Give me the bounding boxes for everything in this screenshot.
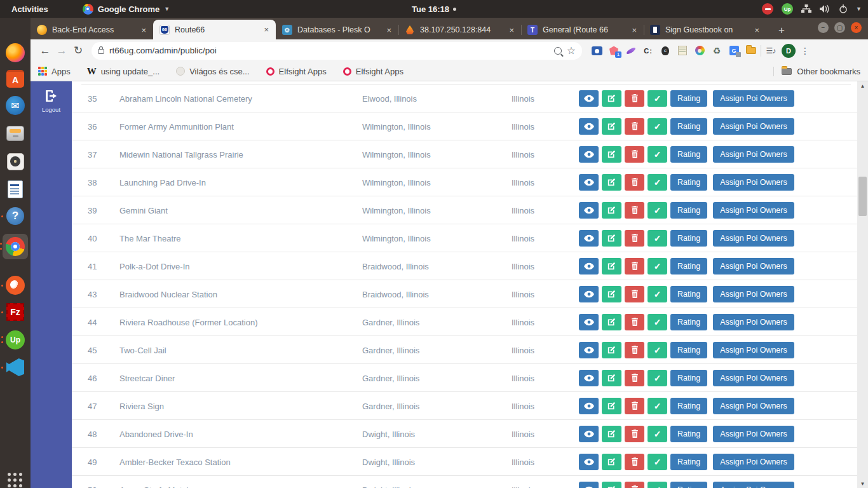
edit-button[interactable] [602,202,621,219]
rating-button[interactable]: Rating [670,314,707,330]
edit-button[interactable] [602,342,621,358]
pink-extension-icon[interactable]: 1 [608,45,620,57]
assign-button[interactable]: Assign Poi Owners [713,482,794,488]
delete-button[interactable] [625,230,644,247]
assign-button[interactable]: Assign Poi Owners [713,146,794,163]
maximize-button[interactable]: ▢ [834,22,845,33]
scrollbar[interactable]: ▲ ▼ [857,81,868,488]
rating-button[interactable]: Rating [670,286,707,302]
view-button[interactable] [579,174,599,191]
rating-button[interactable]: Rating [670,258,707,274]
view-button[interactable] [579,146,599,163]
assign-button[interactable]: Assign Poi Owners [713,174,794,191]
edit-button[interactable] [602,286,621,302]
screenshot-extension-icon[interactable] [591,45,602,57]
approve-button[interactable]: ✓ [648,90,667,107]
edit-button[interactable] [602,482,621,488]
forward-button[interactable]: → [53,44,70,57]
bookmark-star-icon[interactable]: ☆ [567,44,576,57]
tab-databases-plesk[interactable]: Databases - Plesk O × [276,20,398,39]
bookmark-using-update[interactable]: W using update_... [87,66,160,77]
dock-item-libreoffice-writer[interactable] [5,179,25,200]
dock-item-vscode[interactable] [5,357,25,377]
edit-button[interactable] [602,398,621,414]
view-button[interactable] [579,258,599,274]
clock-menu[interactable]: Tue 16:18 [412,4,456,14]
back-button[interactable]: ← [37,44,53,57]
folder-extension-icon[interactable] [745,45,757,57]
colorzilla-extension-icon[interactable]: C: [642,45,654,57]
bookmark-apps[interactable]: Apps [38,67,71,76]
view-button[interactable] [579,202,599,219]
edit-button[interactable] [602,454,621,470]
translate-extension-icon[interactable]: G [728,45,740,57]
approve-button[interactable]: ✓ [648,454,667,470]
edit-button[interactable] [602,146,621,163]
approve-button[interactable]: ✓ [648,426,667,442]
tab-close-icon[interactable]: × [630,25,639,35]
view-button[interactable] [579,398,599,414]
rating-button[interactable]: Rating [670,90,707,107]
tab-close-icon[interactable]: × [752,25,761,35]
tab-ip-address[interactable]: 38.107.250.128:844 × [398,20,521,39]
edit-button[interactable] [602,370,621,386]
dock-item-filezilla[interactable]: Fz [5,302,25,322]
rating-button[interactable]: Rating [670,342,707,358]
volume-icon[interactable] [820,4,831,13]
page-zoom-icon[interactable] [554,47,562,55]
edit-button[interactable] [602,230,621,247]
view-button[interactable] [579,342,599,358]
scrollbar-thumb[interactable] [858,177,867,216]
approve-button[interactable]: ✓ [648,146,667,163]
view-button[interactable] [579,454,599,470]
address-bar[interactable]: rt66ug.com/admin/public/poi ☆ [92,42,582,60]
minimize-button[interactable]: − [818,22,829,33]
tab-close-icon[interactable]: × [384,25,393,35]
reload-button[interactable]: ↻ [70,44,86,57]
bug-extension-icon[interactable] [660,45,671,57]
dock-item-app-grid[interactable] [5,470,25,488]
assign-button[interactable]: Assign Poi Owners [713,314,794,330]
edit-button[interactable] [602,258,621,274]
edit-button[interactable] [602,174,621,191]
view-button[interactable] [579,286,599,302]
delete-button[interactable] [625,398,644,414]
rating-button[interactable]: Rating [670,426,707,442]
approve-button[interactable]: ✓ [648,258,667,274]
tab-close-icon[interactable]: × [262,25,271,34]
scroll-down-icon[interactable]: ▼ [857,479,868,488]
delete-button[interactable] [625,146,644,163]
delete-button[interactable] [625,342,644,358]
bookmark-elfsight-1[interactable]: Elfsight Apps [266,67,327,76]
approve-button[interactable]: ✓ [648,482,667,488]
dock-item-disc-tool[interactable] [5,151,25,172]
dock-item-help[interactable]: ? [5,206,25,226]
logout-icon[interactable] [44,88,59,104]
assign-button[interactable]: Assign Poi Owners [713,286,794,302]
tab-route66[interactable]: 66 Route66 × [153,20,276,39]
notes-extension-icon[interactable] [677,45,688,57]
feather-extension-icon[interactable] [625,45,637,57]
other-bookmarks-button[interactable]: Other bookmarks [773,67,860,76]
playlist-extension-icon[interactable]: ☰♪ [765,45,776,57]
assign-button[interactable]: Assign Poi Owners [713,342,794,358]
dock-item-chrome[interactable] [3,234,28,259]
view-button[interactable] [579,230,599,247]
delete-button[interactable] [625,426,644,442]
bookmark-elfsight-2[interactable]: Elfsight Apps [343,67,403,76]
scroll-up-icon[interactable]: ▲ [857,81,868,90]
assign-button[interactable]: Assign Poi Owners [713,118,794,135]
delete-button[interactable] [625,370,644,386]
rating-button[interactable]: Rating [670,454,707,470]
approve-button[interactable]: ✓ [648,342,667,358]
assign-button[interactable]: Assign Poi Owners [713,230,794,247]
app-menu[interactable]: Google Chrome ▼ [83,4,170,15]
dock-item-thunderbird[interactable] [5,95,25,116]
delete-button[interactable] [625,90,644,107]
lock-icon[interactable] [98,49,104,54]
recycle-extension-icon[interactable]: ♻ [711,45,722,57]
rating-button[interactable]: Rating [670,146,707,163]
view-button[interactable] [579,482,599,488]
edit-button[interactable] [602,118,621,135]
delete-button[interactable] [625,202,644,219]
